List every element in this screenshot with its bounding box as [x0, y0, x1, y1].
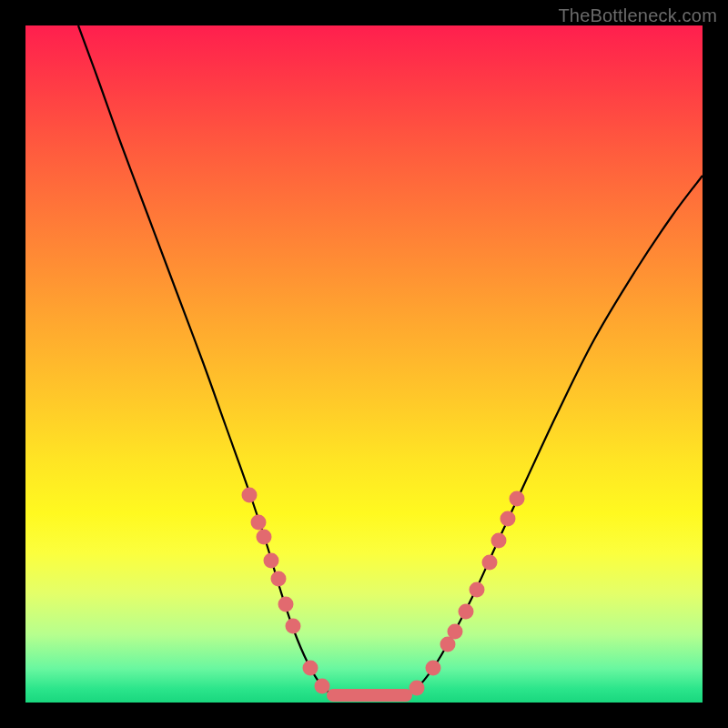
marker-dot	[500, 511, 516, 527]
chart-area	[25, 25, 703, 703]
marker-dot	[251, 515, 267, 531]
marker-dot	[257, 530, 272, 545]
marker-dot	[278, 597, 294, 612]
marker-dot	[491, 533, 507, 549]
marker-dot	[459, 604, 474, 620]
left-branch-curve	[78, 25, 334, 696]
left-markers	[242, 488, 330, 694]
marker-dot	[426, 661, 441, 676]
right-markers	[410, 491, 525, 696]
plot-svg	[25, 25, 703, 703]
marker-dot	[315, 679, 330, 694]
marker-dot	[410, 681, 425, 696]
marker-dot	[242, 488, 258, 503]
marker-dot	[264, 553, 279, 569]
marker-dot	[271, 571, 287, 587]
right-branch-curve	[405, 176, 703, 696]
watermark-text: TheBottleneck.com	[558, 5, 717, 26]
marker-dot	[510, 491, 525, 507]
marker-dot	[482, 555, 498, 571]
marker-dot	[448, 624, 463, 640]
marker-dot	[470, 582, 485, 598]
marker-dot	[286, 619, 301, 634]
marker-dot	[303, 661, 318, 676]
